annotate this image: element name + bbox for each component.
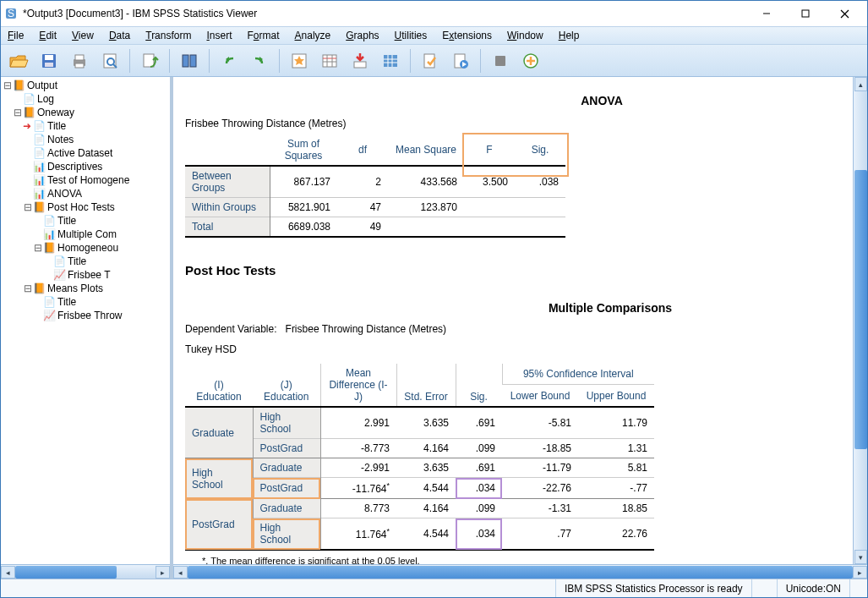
menu-graphs[interactable]: Graphs	[346, 30, 379, 41]
svg-rect-15	[144, 54, 154, 67]
output-viewer[interactable]: ANOVA Frisbee Throwing Distance (Metres)…	[173, 77, 853, 564]
table-icon[interactable]	[317, 48, 342, 74]
tree-notes[interactable]: Notes	[47, 134, 74, 145]
open-icon[interactable]	[6, 48, 31, 74]
main-vscroll[interactable]: ▴ ▾	[853, 77, 867, 564]
col-i: (I) Education	[185, 364, 253, 407]
save-icon[interactable]	[36, 48, 62, 74]
col-ms: Mean Square	[388, 134, 464, 166]
export-icon[interactable]	[137, 48, 162, 74]
tree-homo[interactable]: Test of Homogene	[47, 174, 129, 186]
svg-rect-20	[323, 55, 336, 67]
svg-rect-16	[183, 55, 188, 67]
close-button[interactable]	[825, 1, 864, 26]
minimize-button[interactable]	[747, 1, 786, 26]
menu-extensions[interactable]: Extensions	[442, 30, 492, 41]
folder-icon: 📙	[43, 242, 55, 254]
folder-icon: 📙	[33, 201, 45, 213]
depvar-label: Dependent Variable:	[185, 323, 277, 335]
window-title: *Output3 [Document3] - IBM SPSS Statisti…	[23, 8, 747, 19]
status-ready: IBM SPSS Statistics Processor is ready	[555, 579, 751, 597]
doc-play-icon[interactable]	[448, 48, 473, 74]
svg-rect-7	[45, 55, 53, 60]
folder-icon: 📙	[23, 107, 35, 118]
outline-tree[interactable]: ⊟📙Output 📄Log ⊟📙Oneway ➜📄Title 📄Notes 📄A…	[1, 77, 170, 564]
menu-edit[interactable]: Edit	[39, 30, 57, 41]
menu-data[interactable]: Data	[109, 30, 130, 41]
stop-icon[interactable]	[488, 48, 513, 74]
tree-mp-title[interactable]: Title	[57, 296, 76, 308]
title-icon: 📄	[43, 296, 55, 308]
doc-check-icon[interactable]	[418, 48, 443, 74]
undo-icon[interactable]	[216, 48, 242, 74]
tree-descriptives[interactable]: Descriptives	[47, 161, 102, 173]
svg-rect-25	[354, 62, 366, 68]
chart-icon[interactable]	[287, 48, 312, 74]
toolbar	[1, 45, 867, 77]
col-j: (J) Education	[253, 364, 320, 407]
table-node-icon: 📊	[33, 161, 45, 173]
menu-transform[interactable]: Transform	[145, 30, 191, 41]
table-node-icon: 📊	[43, 228, 55, 240]
col-ss: Sum of Squares	[270, 134, 337, 166]
maximize-button[interactable]	[786, 1, 825, 26]
output-icon: 📙	[13, 80, 25, 91]
tree-means[interactable]: Means Plots	[47, 283, 103, 294]
tree-title[interactable]: Title	[47, 120, 66, 132]
redo-icon[interactable]	[247, 48, 272, 74]
menu-analyze[interactable]: Analyze	[295, 30, 331, 41]
svg-rect-26	[384, 55, 397, 67]
menu-insert[interactable]: Insert	[206, 30, 232, 41]
print-icon[interactable]	[67, 48, 92, 74]
tree-output[interactable]: Output	[27, 80, 57, 91]
mc-table: (I) Education (J) Education Mean Differe…	[185, 364, 654, 551]
tree-multcomp[interactable]: Multiple Com	[57, 228, 117, 240]
notes-icon: 📄	[33, 134, 45, 145]
main-hscroll[interactable]: ◂ ▸	[173, 564, 867, 579]
tree-anova[interactable]: ANOVA	[47, 188, 82, 200]
menu-view[interactable]: View	[72, 30, 94, 41]
sidebar-hscroll[interactable]: ◂ ▸	[1, 564, 170, 579]
svg-rect-3	[802, 10, 809, 17]
chart-node-icon: 📈	[43, 310, 55, 321]
menu-utilities[interactable]: Utilities	[395, 30, 428, 41]
col-df: df	[337, 134, 388, 166]
tree-homosub[interactable]: Homogeneou	[57, 242, 118, 254]
preview-icon[interactable]	[97, 48, 123, 74]
row-within: Within Groups	[185, 198, 270, 217]
table-node-icon: 📊	[33, 174, 45, 186]
dialog-icon[interactable]	[177, 48, 202, 74]
tree-hs-title[interactable]: Title	[68, 255, 86, 267]
mc-footnote: *. The mean difference is significant at…	[202, 556, 841, 564]
menubar: FFileile Edit View Data Transform Insert…	[1, 26, 867, 45]
posthoc-heading: Post Hoc Tests	[185, 263, 841, 277]
grp-graduate: Graduate	[185, 407, 253, 458]
status-unicode: Unicode:ON	[777, 579, 849, 597]
tree-ph-title[interactable]: Title	[57, 215, 76, 227]
menu-window[interactable]: Window	[507, 30, 543, 41]
title-icon: 📄	[33, 120, 45, 132]
folder-icon: 📙	[33, 283, 45, 294]
col-f: F	[486, 144, 492, 156]
log-icon: 📄	[23, 93, 35, 105]
svg-rect-17	[190, 55, 196, 67]
titlebar[interactable]: S *Output3 [Document3] - IBM SPSS Statis…	[1, 1, 867, 26]
tree-frisbee[interactable]: Frisbee T	[68, 269, 110, 281]
menu-format[interactable]: Format	[248, 30, 280, 41]
add-icon[interactable]	[518, 48, 543, 74]
mc-method: Tukey HSD	[185, 343, 841, 355]
menu-help[interactable]: Help	[559, 30, 580, 41]
chart-node-icon: 📈	[53, 269, 65, 281]
grp-postgrad: PostGrad	[185, 499, 253, 551]
table-node-icon: 📊	[33, 188, 45, 200]
tree-posthoc[interactable]: Post Hoc Tests	[47, 201, 115, 213]
tree-active[interactable]: Active Dataset	[47, 147, 112, 159]
tree-log[interactable]: Log	[37, 93, 54, 105]
tree-oneway[interactable]: Oneway	[37, 107, 74, 118]
tree-mp-frisbee[interactable]: Frisbee Throw	[57, 310, 122, 321]
col-ub: Upper Bound	[578, 385, 654, 407]
grid-icon[interactable]	[378, 48, 403, 74]
insert-down-icon[interactable]	[347, 48, 373, 74]
menu-file[interactable]: FFileile	[8, 30, 24, 41]
svg-rect-8	[45, 63, 53, 67]
